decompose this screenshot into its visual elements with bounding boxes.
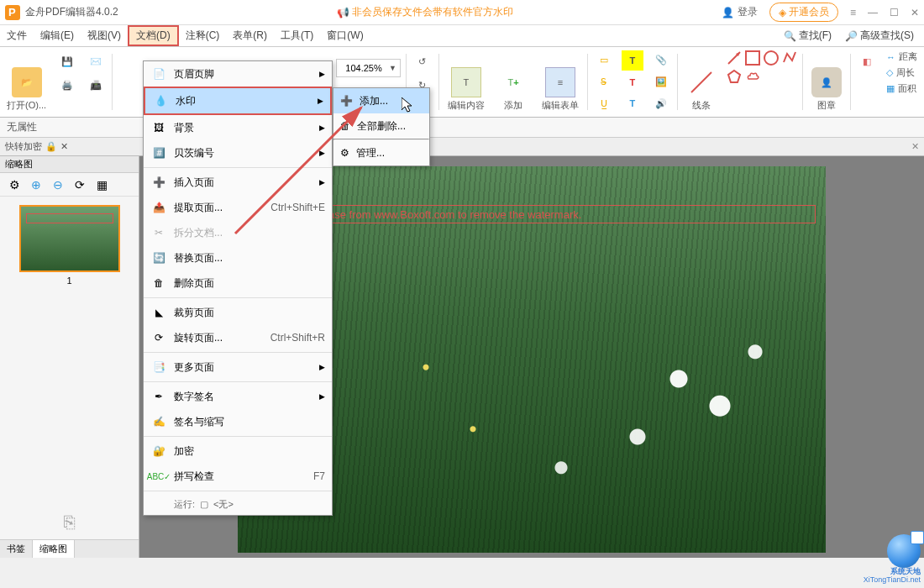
shape-ellipse-icon[interactable] <box>764 50 779 66</box>
open-button[interactable]: 📂 打开(O)... <box>2 64 51 115</box>
lines-button[interactable]: 线条 <box>681 64 722 115</box>
minimize-icon[interactable]: — <box>868 7 878 18</box>
chevron-right-icon: ▶ <box>319 70 325 78</box>
save-icon[interactable]: 💾 <box>56 50 78 72</box>
menu-background[interactable]: 🖼背景▶ <box>144 115 332 140</box>
mail-icon[interactable]: ✉️ <box>85 50 107 72</box>
underline-icon[interactable]: U̲ <box>593 93 615 113</box>
submenu-add-watermark[interactable]: ➕添加... <box>333 88 429 113</box>
submenu-delete-all-watermark[interactable]: 🗑全部删除... <box>333 113 429 139</box>
strikeout-icon[interactable]: S̶ <box>593 72 615 92</box>
menu-encrypt[interactable]: 🔐加密 <box>144 438 332 464</box>
edit-form-button[interactable]: ≡ 编辑表单 <box>537 64 584 115</box>
menu-delete-pages[interactable]: 🗑删除页面 <box>144 270 332 296</box>
image-icon[interactable]: 🖼️ <box>650 72 672 92</box>
panel-close-icon[interactable]: ✕ <box>911 141 919 152</box>
menu-insert-pages[interactable]: ➕插入页面▶ <box>144 170 332 195</box>
measure-area[interactable]: ▦面积 <box>886 82 917 95</box>
options-icon[interactable]: ▦ <box>92 176 111 194</box>
menu-window[interactable]: 窗口(W) <box>320 25 370 46</box>
encrypt-icon: 🔐 <box>150 443 167 459</box>
menu-edit[interactable]: 编辑(E) <box>34 25 81 46</box>
zoom-out-icon[interactable]: ⊖ <box>49 176 67 194</box>
measure-distance[interactable]: ↔距离 <box>886 50 917 63</box>
vip-button[interactable]: ◈ 开通会员 <box>769 3 838 22</box>
chevron-right-icon: ▶ <box>318 97 323 105</box>
text-bg-icon[interactable]: T <box>622 93 643 113</box>
menu-spellcheck[interactable]: ABC✓拼写检查F7 <box>144 464 332 489</box>
globe-icon <box>887 534 921 568</box>
menu-document[interactable]: 文档(D) <box>128 25 179 46</box>
menu-view[interactable]: 视图(V) <box>81 25 128 46</box>
shape-polyline-icon[interactable] <box>782 50 797 66</box>
menu-watermark[interactable]: 💧水印▶ <box>144 87 332 115</box>
highlight-icon[interactable]: ▭ <box>593 50 615 71</box>
run-label: 运行: <box>174 498 195 511</box>
distance-icon: ↔ <box>886 52 895 62</box>
add-label: 添加 <box>504 99 522 112</box>
bates-icon: #️⃣ <box>150 144 167 161</box>
menu-header-footer[interactable]: 📄页眉页脚▶ <box>144 61 332 87</box>
text-color-icon[interactable]: T <box>622 72 643 92</box>
extract-page-icon: 📤 <box>150 199 167 216</box>
close-icon[interactable]: ✕ <box>911 7 919 18</box>
chevron-right-icon: ▶ <box>319 392 325 401</box>
add-button[interactable]: T+ 添加 <box>493 64 533 115</box>
shape-cloud-icon[interactable] <box>745 69 760 84</box>
thumbnail-page-1[interactable]: 1 <box>19 205 120 286</box>
maximize-icon[interactable]: ☐ <box>890 7 899 18</box>
sound-icon[interactable]: 🔊 <box>650 93 672 113</box>
clipboard-icon[interactable]: ⎘ <box>0 506 139 539</box>
menu-comment[interactable]: 注释(C) <box>179 25 227 46</box>
menu-file[interactable]: 文件 <box>0 25 34 46</box>
advanced-find-button[interactable]: 🔎 高级查找(S) <box>840 29 919 43</box>
delete-all-icon: 🗑 <box>340 120 350 132</box>
menu-rotate-pages[interactable]: ⟳旋转页面...Ctrl+Shift+R <box>144 325 332 350</box>
brand-line2: XiTongTianDi.net <box>864 576 921 585</box>
login-button[interactable]: 👤 登录 <box>722 5 758 19</box>
measure-perimeter[interactable]: ◇周长 <box>886 66 917 79</box>
shape-rect-icon[interactable] <box>745 50 760 66</box>
menu-bates[interactable]: #️⃣贝茨编号▶ <box>144 140 332 165</box>
menu-replace-pages[interactable]: 🔄替换页面... <box>144 245 332 270</box>
menu-form[interactable]: 表单(R) <box>226 25 274 46</box>
app-logo <box>5 5 20 20</box>
zoom-in-icon[interactable]: ⊕ <box>27 176 45 194</box>
submenu-manage-watermark[interactable]: ⚙管理... <box>333 140 429 165</box>
rotate-icon[interactable]: ⟳ <box>71 176 89 194</box>
insert-page-icon: ➕ <box>150 174 167 191</box>
demo-watermark-box: ® Demo. Purchase from www.Boxoft.com to … <box>248 205 816 223</box>
edit-content-button[interactable]: T 编辑内容 <box>443 64 490 115</box>
quick-encrypt-tab[interactable]: 快转加密 <box>5 140 42 153</box>
stamp-button[interactable]: 👤 图章 <box>806 64 847 115</box>
tab-bookmark[interactable]: 书签 <box>0 540 33 558</box>
menu-crop-pages[interactable]: ◣裁剪页面 <box>144 300 332 325</box>
undo-icon[interactable]: ↺ <box>412 50 433 72</box>
menu-more-pages[interactable]: 📑更多页面▶ <box>144 354 332 380</box>
gear-icon[interactable]: ⚙ <box>5 176 24 194</box>
print-icon[interactable]: 🖨️ <box>56 74 78 96</box>
menu-extract-pages[interactable]: 📤提取页面...Ctrl+Shift+E <box>144 195 332 220</box>
zoom-combo[interactable]: ▼ <box>336 59 401 77</box>
shape-polygon-icon[interactable] <box>727 69 742 84</box>
delete-page-icon: 🗑 <box>150 275 167 291</box>
menu-run-row[interactable]: 运行: ▢ <无> <box>144 493 332 515</box>
spellcheck-icon: ABC✓ <box>150 468 167 485</box>
menu-digital-sign[interactable]: ✒数字签名▶ <box>144 384 332 409</box>
panel-close-small-icon[interactable]: ✕ <box>60 141 68 152</box>
eraser-icon[interactable]: ◧ <box>856 50 878 72</box>
zoom-input[interactable] <box>340 63 387 73</box>
menu-icon[interactable]: ≡ <box>850 7 856 18</box>
menu-tools[interactable]: 工具(T) <box>274 25 320 46</box>
scan-icon[interactable]: 📠 <box>85 74 107 96</box>
signature-icon: ✒ <box>150 388 167 405</box>
vip-label: 开通会员 <box>789 5 829 19</box>
chevron-down-icon[interactable]: ▼ <box>389 64 396 72</box>
menu-sign-initials[interactable]: ✍签名与缩写 <box>144 409 332 434</box>
tab-thumbnail[interactable]: 缩略图 <box>33 540 75 558</box>
find-button[interactable]: 🔍 查找(F) <box>779 29 837 43</box>
shape-arrow-icon[interactable] <box>727 50 742 66</box>
chevron-right-icon: ▶ <box>319 149 325 157</box>
text-highlight-icon[interactable]: T <box>622 50 643 71</box>
attach-icon[interactable]: 📎 <box>650 50 672 71</box>
